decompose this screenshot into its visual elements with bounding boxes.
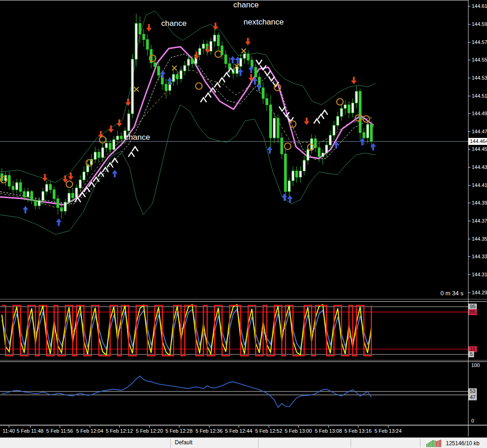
oscillator-axis[interactable]: 9585155 — [469, 302, 487, 360]
time-tick-label: 5 Feb 12:52 — [255, 428, 283, 434]
signal-circle-marker — [66, 181, 73, 187]
chevron-up-marker — [224, 73, 229, 77]
sell-arrow-marker — [245, 38, 251, 45]
time-axis[interactable]: 11:405 Feb 11:485 Feb 11:565 Feb 12:045 … — [0, 426, 468, 437]
time-tick — [269, 426, 269, 428]
price-tick-label: 144.355 — [469, 236, 487, 242]
time-tick — [60, 426, 60, 428]
price-tick-label: 144.295 — [469, 290, 487, 296]
chevron-up-marker — [103, 168, 108, 172]
current-price-box: 144.464 — [469, 138, 487, 145]
main-price-chart[interactable] — [0, 0, 468, 299]
sell-arrow-marker — [213, 23, 218, 30]
signal-circle-marker — [215, 51, 222, 57]
bollinger-lower-line — [0, 105, 376, 234]
time-tick-label: 11:40 — [3, 428, 15, 434]
chevron-down-marker — [279, 107, 285, 111]
time-tick — [119, 426, 120, 428]
buy-arrow-marker — [112, 170, 117, 177]
time-tick — [90, 426, 90, 428]
signal-circle-marker — [196, 83, 202, 89]
oscillator-indicator-panel[interactable] — [0, 302, 468, 360]
price-tick-label: 144.315 — [469, 272, 487, 278]
indicator-level-label: 5 — [469, 351, 474, 357]
sell-arrow-marker — [42, 174, 48, 181]
chevron-up-marker — [80, 193, 85, 197]
time-tick-label: 5 Feb 12:12 — [106, 428, 133, 434]
x-mark-marker — [134, 87, 139, 92]
candles-layer — [1, 13, 373, 218]
status-bar: Default 125146/10 kb — [0, 437, 487, 448]
buy-arrow-marker — [282, 193, 287, 201]
price-tick-label: 144.595 — [469, 21, 487, 27]
chevron-down-marker — [256, 60, 262, 64]
profile-button[interactable]: Default — [175, 439, 192, 446]
price-tick-label: 144.435 — [469, 164, 487, 170]
chevron-up-marker — [129, 152, 134, 156]
status-divider — [170, 439, 171, 448]
time-tick-label: 5 Feb 11:48 — [17, 428, 43, 434]
momentum-axis[interactable]: 10005347 — [469, 362, 487, 424]
sell-arrow-marker — [351, 77, 357, 84]
price-tick-label: 144.555 — [469, 57, 487, 63]
time-tick-label: 5 Feb 13:08 — [315, 428, 342, 434]
price-tick-label: 144.615 — [469, 3, 487, 9]
signal-circle-marker — [99, 137, 106, 143]
connection-traffic-label: 125146/10 kb — [446, 440, 480, 447]
time-tick — [358, 426, 358, 428]
time-tick — [209, 426, 210, 428]
time-tick — [9, 426, 9, 428]
indicator-level-label: 53 — [469, 388, 477, 394]
trading-chart-window: chancechancenextchancechance 0 m 34 s 14… — [0, 0, 487, 448]
price-tick-label: 144.415 — [469, 182, 487, 188]
time-tick — [298, 426, 299, 428]
time-tick — [239, 426, 239, 428]
time-tick — [149, 426, 150, 428]
buy-arrow-marker — [160, 70, 166, 78]
status-divider — [351, 439, 351, 448]
time-tick — [388, 426, 388, 428]
price-tick-label: 144.575 — [469, 39, 487, 45]
bollinger-middle-line — [0, 70, 374, 207]
time-tick-label: 5 Feb 12:20 — [136, 428, 163, 434]
time-tick-label: 5 Feb 11:56 — [46, 428, 73, 434]
time-tick-label: 5 Feb 13:24 — [375, 428, 402, 434]
chevron-up-marker — [93, 177, 99, 181]
signal-circle-marker — [274, 84, 281, 91]
price-tick-label: 144.335 — [469, 254, 487, 260]
chevron-up-marker — [201, 98, 206, 102]
chevron-up-marker — [132, 147, 138, 151]
buy-arrow-marker — [256, 83, 262, 91]
sell-arrow-marker — [125, 99, 131, 106]
status-divider — [258, 439, 259, 448]
time-tick-label: 5 Feb 12:36 — [196, 428, 223, 434]
scale-divider-line — [468, 0, 469, 436]
price-axis[interactable]: 144.615144.595144.575144.555144.535144.5… — [469, 0, 487, 299]
x-mark-marker — [241, 49, 246, 53]
buy-arrow-marker — [56, 218, 62, 226]
chevron-up-marker — [318, 114, 324, 118]
candle-countdown: 0 m 34 s — [431, 290, 463, 297]
price-tick-label: 144.375 — [469, 218, 487, 224]
connection-bars-icon — [426, 439, 443, 447]
chevron-up-marker — [314, 119, 320, 123]
indicator-level-label: 85 — [469, 309, 477, 315]
chevron-up-marker — [112, 158, 117, 162]
price-tick-label: 144.475 — [469, 129, 487, 135]
chart-top-border — [0, 0, 468, 0]
time-tick-label: 5 Feb 12:44 — [225, 428, 253, 434]
chevron-up-marker — [219, 78, 225, 82]
time-tick-label: 5 Feb 13:16 — [345, 428, 372, 434]
sell-arrow-marker — [117, 119, 122, 127]
momentum-indicator-panel[interactable] — [0, 362, 468, 424]
buy-arrow-marker — [238, 68, 243, 76]
buy-arrow-marker — [23, 206, 28, 213]
chevron-up-marker — [205, 93, 211, 97]
time-tick-label: 5 Feb 12:28 — [166, 428, 193, 434]
white-ma-line — [0, 54, 374, 204]
buy-arrow-marker — [230, 56, 235, 63]
time-tick-label: 5 Feb 13:00 — [285, 428, 312, 434]
status-divider — [420, 439, 420, 448]
indicator-level-label: 47 — [469, 394, 477, 400]
time-tick — [179, 426, 179, 428]
